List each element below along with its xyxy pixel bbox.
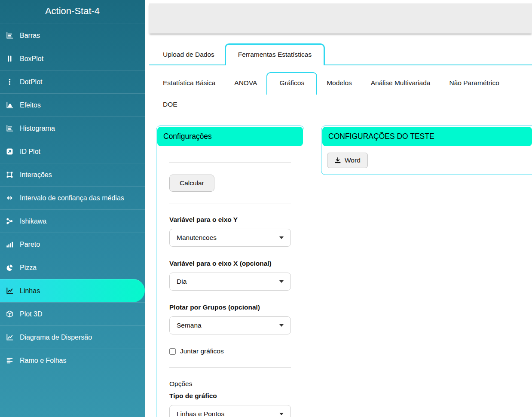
divider [169,163,291,163]
sidebar: Action-Stat-4 Barras BoxPlot DotPlot Efe… [0,0,145,417]
config-panel: Configurações Calcular Variável para o e… [156,126,304,417]
chart-type-select-value: Linhas e Pontos [177,410,224,417]
sidebar-item-ishikawa[interactable]: Ishikawa [0,209,145,233]
content-area: Upload de Dados Ferramentas Estatísticas… [149,36,532,417]
divider [169,367,291,368]
sidebar-item-label: Ramo e Folhas [20,357,67,365]
pareto-bars-icon [6,241,16,248]
tab-ferramentas-estatisticas[interactable]: Ferramentas Estatísticas [225,43,325,65]
sidebar-item-label: DotPlot [20,78,42,86]
tab-upload-de-dados[interactable]: Upload de Dados [153,45,225,64]
sidebar-item-label: Plot 3D [20,310,42,318]
x-axis-label: Variável para o eixo X (opcional) [169,260,291,267]
sidebar-item-label: Linhas [20,287,40,295]
sidebar-item-label: Diagrama de Dispersão [20,334,92,341]
tab-estatistica-basica[interactable]: Estatística Básica [153,73,225,93]
sidebar-item-label: Intervalo de confiança das médias [20,194,124,202]
main-tab-bar: Upload de Dados Ferramentas Estatísticas [149,36,532,65]
word-export-button[interactable]: Word [327,153,368,168]
tab-modelos[interactable]: Modelos [317,73,361,93]
sidebar-item-dotplot[interactable]: DotPlot [0,70,145,93]
join-charts-checkbox-row[interactable]: Juntar gráficos [169,347,291,355]
x-axis-select-value: Dia [177,278,187,285]
groups-select[interactable]: Semana [169,316,291,334]
sidebar-item-interacoes[interactable]: Interações [0,163,145,186]
interactions-icon [6,171,16,179]
sub-tab-bar: Estatística Básica ANOVA Gráficos Modelo… [149,65,532,118]
groups-label: Plotar por Grupos (opcional) [169,304,291,311]
cube-icon [6,310,16,318]
boxplot-icon [6,55,16,63]
word-export-label: Word [345,156,361,164]
y-axis-label: Variável para o eixo Y [169,216,291,224]
main-area: Upload de Dados Ferramentas Estatísticas… [145,0,532,417]
divider [169,203,291,203]
download-icon [334,156,341,164]
tab-anova[interactable]: ANOVA [225,73,266,93]
sidebar-item-label: Histograma [20,125,55,132]
options-heading: Opções [169,380,291,388]
join-charts-checkbox [169,348,176,355]
tab-nao-parametrico[interactable]: Não Paramétrico [440,73,508,93]
sidebar-item-label: ID Plot [20,148,40,156]
dotplot-icon [6,78,16,86]
chevron-down-icon [279,236,284,241]
sidebar-item-label: Ishikawa [20,218,46,225]
pie-chart-icon [6,264,16,272]
y-axis-select-value: Manutencoes [177,234,217,242]
join-charts-label: Juntar gráficos [180,347,224,355]
sidebar-item-label: BoxPlot [20,55,43,63]
sidebar-item-dispersao[interactable]: Diagrama de Dispersão [0,325,145,349]
sidebar-item-pizza[interactable]: Pizza [0,256,145,279]
panels-row: Configurações Calcular Variável para o e… [149,118,532,417]
test-config-panel: CONFIGURAÇÕES DO TESTE Word [321,126,532,175]
top-header-bar [149,3,532,34]
sidebar-item-plot-3d[interactable]: Plot 3D [0,302,145,325]
sidebar-item-linhas[interactable]: Linhas [0,279,145,302]
x-axis-select[interactable]: Dia [169,273,291,291]
config-panel-title: Configurações [157,127,303,146]
sidebar-item-label: Pizza [20,264,37,272]
id-plot-icon [6,148,16,156]
config-panel-body: Calcular Variável para o eixo Y Manutenc… [156,146,304,417]
sidebar-item-boxplot[interactable]: BoxPlot [0,47,145,70]
tab-doe[interactable]: DOE [153,95,187,114]
bar-chart-icon [6,32,16,40]
y-axis-select[interactable]: Manutencoes [169,229,291,247]
ishikawa-icon [6,218,16,225]
sidebar-item-efeitos[interactable]: Efeitos [0,93,145,117]
chevron-down-icon [279,413,284,417]
tab-analise-multivariada[interactable]: Análise Multivariada [361,73,440,93]
scatter-chart-icon [6,334,16,341]
chevron-down-icon [279,280,284,285]
app-title: Action-Stat-4 [0,0,145,24]
sidebar-item-label: Pareto [20,241,40,248]
sidebar-item-pareto[interactable]: Pareto [0,233,145,256]
sidebar-item-label: Efeitos [20,101,41,109]
histogram-icon [6,125,16,132]
tab-graficos[interactable]: Gráficos [266,72,317,95]
sidebar-item-barras[interactable]: Barras [0,24,145,47]
sidebar-item-label: Barras [20,32,40,40]
interval-arrows-icon [6,194,16,202]
chart-type-select[interactable]: Linhas e Pontos [169,405,291,417]
chart-type-label: Tipo de gráfico [169,392,291,400]
area-chart-icon [6,101,16,109]
sidebar-item-id-plot[interactable]: ID Plot [0,140,145,163]
test-config-panel-title: CONFIGURAÇÕES DO TESTE [322,127,532,146]
sidebar-divider [0,372,145,372]
sidebar-item-label: Interações [20,171,52,179]
sidebar-item-ramo-folhas[interactable]: Ramo e Folhas [0,349,145,372]
groups-select-value: Semana [177,322,202,329]
stem-leaf-icon [6,357,16,365]
sidebar-item-histograma[interactable]: Histograma [0,117,145,140]
line-chart-icon [6,287,16,295]
test-config-panel-body: Word [321,146,532,175]
calculate-button[interactable]: Calcular [169,175,214,192]
sidebar-item-intervalo-confianca[interactable]: Intervalo de confiança das médias [0,186,145,209]
chevron-down-icon [279,324,284,329]
